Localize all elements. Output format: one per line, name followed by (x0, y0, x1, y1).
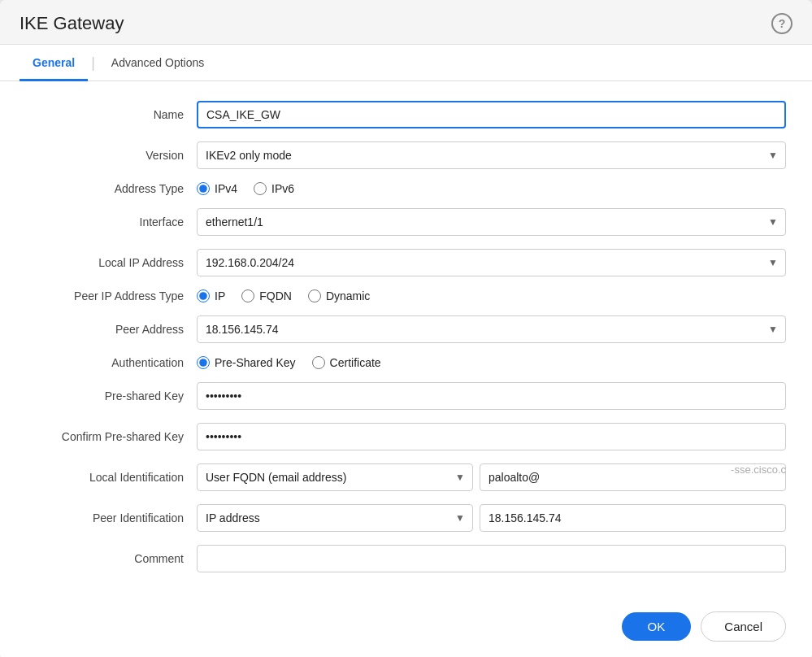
peer-id-control: IP address FQDN User FQDN (email address… (197, 504, 786, 532)
psk-label: Pre-shared Key (26, 389, 197, 402)
dialog-footer: OK Cancel (0, 598, 812, 657)
local-id-type-select[interactable]: User FQDN (email address) IP address FQD… (197, 463, 473, 491)
peer-ip-type-control: IP FQDN Dynamic (197, 289, 786, 302)
auth-cert-label[interactable]: Certificate (330, 356, 381, 369)
authentication-row: Authentication Pre-Shared Key Certificat… (26, 356, 786, 369)
peer-ip-radio[interactable] (197, 289, 210, 302)
local-ip-label: Local IP Address (26, 256, 197, 269)
ipv6-label[interactable]: IPv6 (271, 182, 294, 195)
peer-id-input[interactable] (480, 504, 786, 532)
peer-address-label: Peer Address (26, 323, 197, 336)
authentication-radio-group: Pre-Shared Key Certificate (197, 356, 786, 369)
peer-ip-type-dynamic[interactable]: Dynamic (308, 289, 370, 302)
peer-fqdn-label[interactable]: FQDN (259, 289, 292, 302)
local-id-suffix: -sse.cisco.c (731, 463, 786, 476)
local-ip-select[interactable]: 192.168.0.204/24 (197, 249, 786, 276)
authentication-label: Authentication (26, 356, 197, 369)
comment-input[interactable] (197, 545, 786, 572)
form-body: Name Version IKEv1 IKEv2 only mode IKEv1… (0, 81, 812, 598)
address-type-row: Address Type IPv4 IPv6 (26, 182, 786, 195)
peer-dynamic-label[interactable]: Dynamic (326, 289, 370, 302)
version-row: Version IKEv1 IKEv2 only mode IKEv1/IKEv… (26, 141, 786, 169)
comment-label: Comment (26, 552, 197, 565)
peer-ip-type-fqdn[interactable]: FQDN (241, 289, 292, 302)
address-type-control: IPv4 IPv6 (197, 182, 786, 195)
authentication-control: Pre-Shared Key Certificate (197, 356, 786, 369)
psk-row: Pre-shared Key (26, 382, 786, 410)
local-id-control: User FQDN (email address) IP address FQD… (197, 463, 786, 491)
peer-ip-type-row: Peer IP Address Type IP FQDN Dynamic (26, 289, 786, 302)
ipv4-radio[interactable] (197, 182, 210, 195)
confirm-psk-input[interactable] (197, 423, 786, 450)
peer-dynamic-radio[interactable] (308, 289, 321, 302)
version-select-wrapper: IKEv1 IKEv2 only mode IKEv1/IKEv2 ▼ (197, 141, 786, 169)
name-control (197, 101, 786, 128)
ipv4-label[interactable]: IPv4 (215, 182, 237, 195)
version-select[interactable]: IKEv1 IKEv2 only mode IKEv1/IKEv2 (197, 141, 786, 169)
tab-bar: General | Advanced Options (0, 45, 812, 81)
dialog-title: IKE Gateway (20, 13, 124, 34)
local-id-label: Local Identification (26, 471, 197, 484)
interface-select-wrapper: ethernet1/1 ▼ (197, 208, 786, 236)
psk-control (197, 382, 786, 410)
peer-id-type-select-wrapper: IP address FQDN User FQDN (email address… (197, 504, 473, 532)
auth-psk[interactable]: Pre-Shared Key (197, 356, 296, 369)
peer-ip-label[interactable]: IP (215, 289, 225, 302)
auth-psk-radio[interactable] (197, 356, 210, 369)
peer-ip-type-label: Peer IP Address Type (26, 289, 197, 302)
local-id-type-select-wrapper: User FQDN (email address) IP address FQD… (197, 463, 473, 491)
ike-gateway-dialog: IKE Gateway ? General | Advanced Options… (0, 0, 812, 657)
address-type-ipv4[interactable]: IPv4 (197, 182, 237, 195)
peer-address-control: 18.156.145.74 ▼ (197, 315, 786, 343)
ipv6-radio[interactable] (254, 182, 267, 195)
confirm-psk-row: Confirm Pre-shared Key (26, 423, 786, 450)
confirm-psk-control (197, 423, 786, 450)
comment-row: Comment (26, 545, 786, 572)
address-type-radio-group: IPv4 IPv6 (197, 182, 786, 195)
help-icon[interactable]: ? (771, 13, 792, 34)
confirm-psk-label: Confirm Pre-shared Key (26, 430, 197, 443)
comment-control (197, 545, 786, 572)
tab-separator: | (91, 54, 95, 72)
tab-advanced-options[interactable]: Advanced Options (98, 45, 217, 81)
peer-id-type-select[interactable]: IP address FQDN User FQDN (email address… (197, 504, 473, 532)
local-ip-select-wrapper: 192.168.0.204/24 ▼ (197, 249, 786, 276)
peer-address-row: Peer Address 18.156.145.74 ▼ (26, 315, 786, 343)
peer-ip-type-ip[interactable]: IP (197, 289, 225, 302)
name-input[interactable] (197, 101, 786, 128)
version-label: Version (26, 149, 197, 162)
peer-id-label: Peer Identification (26, 511, 197, 524)
peer-address-select-wrapper: 18.156.145.74 ▼ (197, 315, 786, 343)
auth-cert-radio[interactable] (312, 356, 325, 369)
tab-general[interactable]: General (20, 45, 88, 81)
local-id-row: Local Identification User FQDN (email ad… (26, 463, 786, 491)
peer-id-row: Peer Identification IP address FQDN User… (26, 504, 786, 532)
auth-psk-label[interactable]: Pre-Shared Key (215, 356, 296, 369)
cancel-button[interactable]: Cancel (701, 611, 786, 642)
auth-cert[interactable]: Certificate (312, 356, 381, 369)
address-type-ipv6[interactable]: IPv6 (254, 182, 294, 195)
address-type-label: Address Type (26, 182, 197, 195)
name-label: Name (26, 108, 197, 121)
interface-select[interactable]: ethernet1/1 (197, 208, 786, 236)
local-ip-control: 192.168.0.204/24 ▼ (197, 249, 786, 276)
peer-ip-type-radio-group: IP FQDN Dynamic (197, 289, 786, 302)
version-control: IKEv1 IKEv2 only mode IKEv1/IKEv2 ▼ (197, 141, 786, 169)
ok-button[interactable]: OK (622, 612, 692, 641)
dialog-header: IKE Gateway ? (0, 0, 812, 45)
psk-input[interactable] (197, 382, 786, 410)
name-row: Name (26, 101, 786, 128)
interface-row: Interface ethernet1/1 ▼ (26, 208, 786, 236)
peer-fqdn-radio[interactable] (241, 289, 254, 302)
local-ip-row: Local IP Address 192.168.0.204/24 ▼ (26, 249, 786, 276)
peer-address-select[interactable]: 18.156.145.74 (197, 315, 786, 343)
interface-control: ethernet1/1 ▼ (197, 208, 786, 236)
interface-label: Interface (26, 215, 197, 228)
